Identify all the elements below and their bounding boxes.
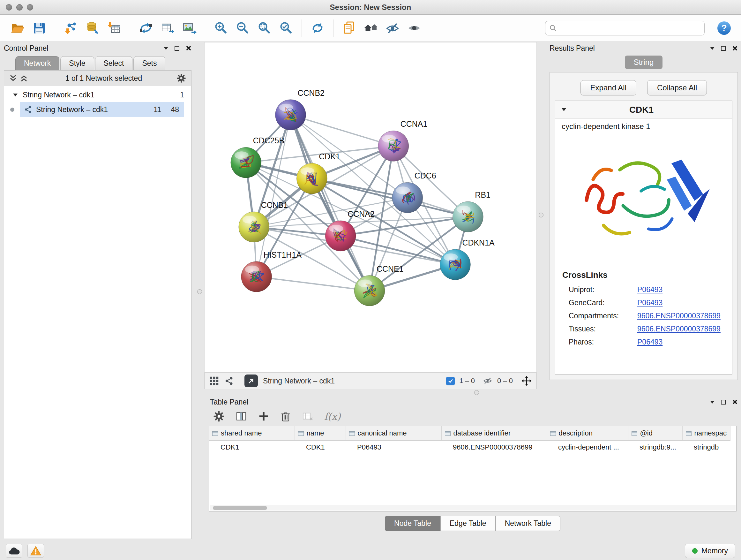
open-session-button[interactable] (8, 18, 27, 38)
table-cell[interactable]: P06493 (346, 440, 441, 454)
show-hidden-button[interactable] (405, 18, 423, 38)
close-panel-icon[interactable] (732, 45, 738, 51)
tab-edge-table[interactable]: Edge Table (441, 516, 495, 531)
warnings-button[interactable] (27, 544, 44, 558)
float-panel-icon[interactable] (721, 400, 726, 405)
pan-move-icon[interactable] (521, 375, 532, 386)
collapse-all-button[interactable]: Collapse All (647, 80, 707, 96)
network-view-canvas[interactable]: CCNB2CCNA1CDC25BCDK1CDC6RB1CCNB1CCNA2CDK… (204, 42, 537, 373)
edge-CCNB2-CCNE1[interactable] (290, 115, 369, 291)
close-panel-icon[interactable] (186, 45, 192, 51)
column-header-name[interactable]: name (294, 426, 346, 440)
hscrollbar-thumb[interactable] (213, 506, 267, 510)
cloud-status-button[interactable] (6, 544, 22, 558)
tab-select[interactable]: Select (95, 56, 133, 70)
table-hscrollbar[interactable] (210, 505, 736, 510)
grid-view-icon[interactable] (209, 376, 219, 386)
crosslink-value-genecard[interactable]: P06493 (637, 299, 663, 307)
crosslink-value-tissues[interactable]: 9606.ENSP00000378699 (637, 325, 721, 333)
table-settings-gear-icon[interactable] (213, 411, 225, 422)
network-node-HIST1H1A[interactable]: HIST1H1A (241, 250, 301, 292)
right-splitter-handle[interactable] (539, 212, 543, 217)
function-builder-button[interactable]: f(x) (324, 411, 340, 422)
import-network-database-button[interactable] (83, 18, 102, 38)
new-network-from-selection-button[interactable] (137, 18, 155, 38)
table-cell[interactable]: stringdb:9... (628, 440, 682, 454)
float-panel-icon[interactable] (721, 46, 726, 51)
column-header-database-identifier[interactable]: database identifier (441, 426, 547, 440)
network-node-CCNB1[interactable]: CCNB1 (239, 200, 288, 242)
expand-all-icon[interactable] (20, 74, 28, 82)
table-cell[interactable]: stringdb (682, 440, 730, 454)
expand-all-button[interactable]: Expand All (581, 80, 636, 96)
show-columns-icon[interactable] (235, 411, 247, 422)
tab-style[interactable]: Style (60, 56, 94, 70)
table-row[interactable]: CDK1CDK1P064939606.ENSP00000378699cyclin… (209, 440, 730, 454)
export-image-button[interactable] (180, 18, 199, 38)
tab-network-table[interactable]: Network Table (495, 516, 560, 531)
bottom-splitter-handle[interactable] (474, 390, 479, 395)
zoom-fit-button[interactable] (255, 18, 273, 38)
crosslink-value-pharos[interactable]: P06493 (637, 338, 663, 347)
table-cell[interactable]: 9606.ENSP00000378699 (441, 440, 547, 454)
panel-menu-icon[interactable] (710, 401, 715, 403)
memory-button[interactable]: Memory (685, 544, 735, 558)
import-network-file-button[interactable] (62, 18, 80, 38)
search-input[interactable] (559, 24, 700, 32)
network-node-CCNA1[interactable]: CCNA1 (378, 119, 427, 161)
zoom-in-button[interactable] (212, 18, 230, 38)
network-node-RB1[interactable]: RB1 (453, 190, 490, 232)
column-header-canonical-name[interactable]: canonical name (346, 426, 441, 440)
table-cell[interactable]: CDK1 (209, 440, 294, 454)
zoom-window-button[interactable] (27, 4, 33, 10)
close-panel-icon[interactable] (732, 399, 738, 405)
edge-HIST1H1A-CCNE1[interactable] (257, 277, 369, 291)
column-header--id[interactable]: @id (628, 426, 682, 440)
gear-icon[interactable] (177, 73, 186, 83)
network-node-CCNE1[interactable]: CCNE1 (354, 264, 403, 306)
network-row-selected[interactable]: String Network – cdk1 11 48 (4, 102, 191, 117)
tab-network[interactable]: Network (15, 56, 59, 70)
panel-menu-icon[interactable] (164, 47, 168, 50)
hide-selected-button[interactable] (383, 18, 402, 38)
left-splitter-handle[interactable] (197, 289, 202, 294)
table-cell[interactable]: CDK1 (294, 440, 346, 454)
new-table-button[interactable] (158, 18, 177, 38)
collection-expand-icon[interactable] (13, 94, 17, 97)
close-window-button[interactable] (6, 4, 12, 10)
panel-menu-icon[interactable] (710, 47, 715, 50)
save-session-button[interactable] (30, 18, 49, 38)
network-node-CCNB2[interactable]: CCNB2 (275, 88, 325, 130)
string-network-graph[interactable]: CCNB2CCNA1CDC25BCDK1CDC6RB1CCNB1CCNA2CDK… (205, 43, 536, 372)
node-details-header[interactable]: CDK1 (555, 101, 732, 119)
tab-node-table[interactable]: Node Table (385, 516, 441, 531)
warning-icon (30, 546, 42, 556)
zoom-selected-button[interactable] (277, 18, 295, 38)
crosslink-value-compartments[interactable]: 9606.ENSP00000378699 (637, 312, 721, 320)
minimize-window-button[interactable] (16, 4, 23, 10)
collapse-all-icon[interactable] (9, 74, 17, 82)
crosslink-value-uniprot[interactable]: P06493 (637, 286, 663, 294)
float-panel-icon[interactable] (175, 46, 179, 51)
network-node-CDKN1A[interactable]: CDKN1A (440, 238, 495, 280)
delete-column-trash-icon[interactable] (280, 411, 291, 422)
network-node-CDK1[interactable]: CDK1 (296, 152, 340, 194)
selected-checkbox[interactable] (446, 377, 455, 385)
apply-layout-button[interactable] (308, 18, 327, 38)
help-button[interactable]: ? (715, 18, 733, 38)
tab-sets[interactable]: Sets (133, 56, 165, 70)
copy-document-button[interactable] (340, 18, 358, 38)
import-table-file-button[interactable] (105, 18, 124, 38)
zoom-out-button[interactable] (233, 18, 252, 38)
edge-CCNB2-CCNA1[interactable] (290, 115, 393, 146)
column-header-description[interactable]: description (547, 426, 628, 440)
table-cell[interactable]: cyclin-dependent ... (547, 440, 628, 454)
tab-string[interactable]: String (625, 56, 663, 69)
show-all-button[interactable] (361, 18, 380, 38)
column-header-shared-name[interactable]: shared name (209, 426, 294, 440)
column-header-namespac[interactable]: namespac (682, 426, 730, 440)
add-column-plus-icon[interactable] (258, 411, 269, 422)
network-collection-row[interactable]: String Network – cdk1 1 (4, 87, 191, 102)
open-in-window-button[interactable] (245, 374, 258, 387)
view-share-icon[interactable] (224, 376, 234, 386)
